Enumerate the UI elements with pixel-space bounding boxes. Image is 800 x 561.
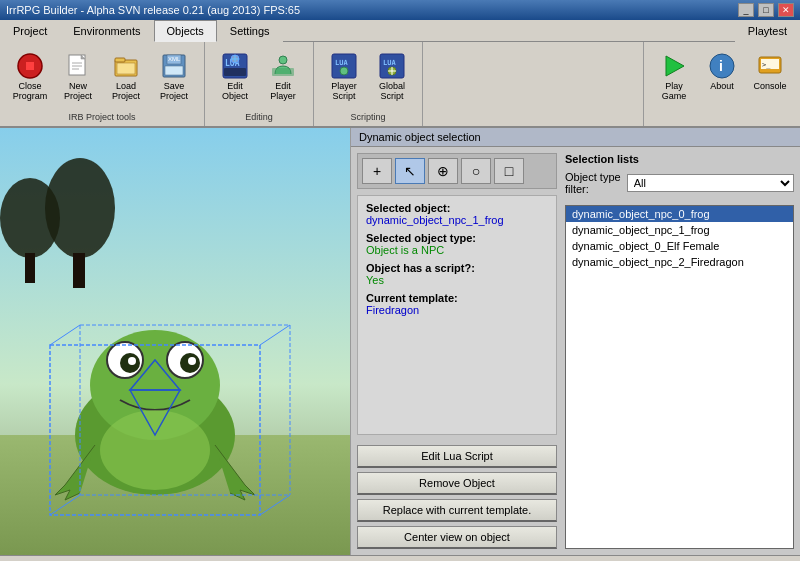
- right-panel: Dynamic object selection + ↖ ⊕ ○ □ Selec…: [350, 128, 800, 555]
- svg-line-46: [50, 325, 80, 345]
- console-icon: >_: [754, 50, 786, 82]
- move-tool[interactable]: ⊕: [428, 158, 458, 184]
- svg-text:i: i: [719, 58, 723, 74]
- toolbar-buttons-project: CloseProgram NewProject: [8, 46, 196, 106]
- menu-environments[interactable]: Environments: [60, 20, 153, 42]
- about-icon: i: [706, 50, 738, 82]
- project-section-label: IRB Project tools: [68, 112, 135, 122]
- object-toolbar: + ↖ ⊕ ○ □: [357, 153, 557, 189]
- selected-object-value: dynamic_object_npc_1_frog: [366, 214, 548, 226]
- edit-lua-script-button[interactable]: Edit Lua Script: [357, 445, 557, 468]
- menu-bar: Project Environments Objects Settings Pl…: [0, 20, 800, 42]
- rotate-tool[interactable]: ○: [461, 158, 491, 184]
- panel-title: Dynamic object selection: [351, 128, 800, 147]
- svg-line-50: [50, 495, 80, 515]
- window-controls: _ □ ✕: [738, 3, 794, 17]
- svg-rect-59: [73, 253, 85, 288]
- new-project-icon: [62, 50, 94, 82]
- add-object-tool[interactable]: +: [362, 158, 392, 184]
- svg-rect-16: [224, 68, 246, 76]
- global-script-button[interactable]: LUA GlobalScript: [370, 46, 414, 106]
- panel-left: + ↖ ⊕ ○ □ Selected object: dynamic_objec…: [357, 153, 557, 549]
- player-script-icon: LUA: [328, 50, 360, 82]
- close-program-button[interactable]: CloseProgram: [8, 46, 52, 106]
- menu-settings[interactable]: Settings: [217, 20, 283, 42]
- svg-text:LUA: LUA: [383, 59, 396, 67]
- edit-object-label: Edit Object: [216, 82, 254, 102]
- info-box: Selected object: dynamic_object_npc_1_fr…: [357, 195, 557, 435]
- svg-text:>_: >_: [762, 61, 771, 69]
- filter-row: Object typefilter: All NPC Item Trigger: [565, 171, 794, 195]
- new-project-label: NewProject: [64, 82, 92, 102]
- console-label: Console: [753, 82, 786, 92]
- current-template-label: Current template:: [366, 292, 548, 304]
- svg-marker-30: [666, 56, 684, 76]
- list-item[interactable]: dynamic_object_npc_2_Firedragon: [566, 254, 793, 270]
- close-button[interactable]: ✕: [778, 3, 794, 17]
- has-script-value: Yes: [366, 274, 548, 286]
- play-game-icon: [658, 50, 690, 82]
- player-script-button[interactable]: LUA PlayerScript: [322, 46, 366, 106]
- save-project-button[interactable]: XML SaveProject: [152, 46, 196, 106]
- play-game-button[interactable]: PlayGame: [652, 46, 696, 106]
- save-project-icon: XML: [158, 50, 190, 82]
- save-project-label: SaveProject: [160, 82, 188, 102]
- edit-player-button[interactable]: Edit Player: [261, 46, 305, 106]
- filter-label: Object typefilter:: [565, 171, 621, 195]
- object-list[interactable]: dynamic_object_npc_0_frog dynamic_object…: [565, 205, 794, 549]
- selected-type-row: Selected object type: Object is a NPC: [366, 232, 548, 256]
- about-label: About: [710, 82, 734, 92]
- remove-object-button[interactable]: Remove Object: [357, 472, 557, 495]
- toolbar-buttons-playtest: PlayGame i About >_: [652, 46, 792, 106]
- load-project-button[interactable]: LoadProject: [104, 46, 148, 106]
- selection-lists-title: Selection lists: [565, 153, 794, 165]
- has-script-row: Object has a script?: Yes: [366, 262, 548, 286]
- selected-type-label: Selected object type:: [366, 232, 548, 244]
- svg-point-42: [128, 357, 136, 365]
- svg-line-47: [260, 325, 290, 345]
- svg-rect-8: [115, 58, 125, 62]
- svg-rect-1: [26, 62, 34, 70]
- menu-playtest[interactable]: Playtest: [735, 20, 800, 42]
- about-button[interactable]: i About: [700, 46, 744, 96]
- editing-section-label: Editing: [245, 112, 273, 122]
- edit-player-label: Edit Player: [264, 82, 302, 102]
- edit-player-icon: [267, 50, 299, 82]
- svg-rect-12: [165, 66, 183, 75]
- edit-object-button[interactable]: LUA Edit Object: [213, 46, 257, 106]
- replace-template-button[interactable]: Replace with current template.: [357, 499, 557, 522]
- toolbar-buttons-scripting: LUA PlayerScript LUA GlobalScript: [322, 46, 414, 106]
- object-type-filter[interactable]: All NPC Item Trigger: [627, 174, 794, 192]
- svg-rect-57: [25, 253, 35, 283]
- load-project-icon: [110, 50, 142, 82]
- list-item[interactable]: dynamic_object_0_Elf Female: [566, 238, 793, 254]
- menu-project[interactable]: Project: [0, 20, 60, 42]
- main-area: Dynamic object selection + ↖ ⊕ ○ □ Selec…: [0, 128, 800, 555]
- svg-text:LUA: LUA: [335, 59, 348, 67]
- toolbar-section-playtest: PlayGame i About >_: [643, 42, 800, 126]
- 3d-viewport[interactable]: [0, 128, 350, 555]
- panel-right: Selection lists Object typefilter: All N…: [565, 153, 794, 549]
- minimize-button[interactable]: _: [738, 3, 754, 17]
- center-view-button[interactable]: Center view on object: [357, 526, 557, 549]
- svg-point-58: [45, 158, 115, 258]
- select-tool[interactable]: ↖: [395, 158, 425, 184]
- list-item[interactable]: dynamic_object_npc_0_frog: [566, 206, 793, 222]
- list-item[interactable]: dynamic_object_npc_1_frog: [566, 222, 793, 238]
- scale-tool[interactable]: □: [494, 158, 524, 184]
- console-button[interactable]: >_ Console: [748, 46, 792, 96]
- has-script-label: Object has a script?:: [366, 262, 548, 274]
- toolbar-section-scripting: LUA PlayerScript LUA GlobalScript: [314, 42, 423, 126]
- selected-object-label: Selected object:: [366, 202, 548, 214]
- load-project-label: LoadProject: [112, 82, 140, 102]
- svg-point-24: [340, 67, 348, 75]
- maximize-button[interactable]: □: [758, 3, 774, 17]
- menu-objects[interactable]: Objects: [154, 20, 217, 42]
- toolbar-section-project: CloseProgram NewProject: [0, 42, 205, 126]
- svg-line-51: [260, 495, 290, 515]
- new-project-button[interactable]: NewProject: [56, 46, 100, 106]
- global-script-icon: LUA: [376, 50, 408, 82]
- global-script-label: GlobalScript: [379, 82, 405, 102]
- svg-rect-21: [272, 68, 294, 76]
- play-game-label: PlayGame: [662, 82, 687, 102]
